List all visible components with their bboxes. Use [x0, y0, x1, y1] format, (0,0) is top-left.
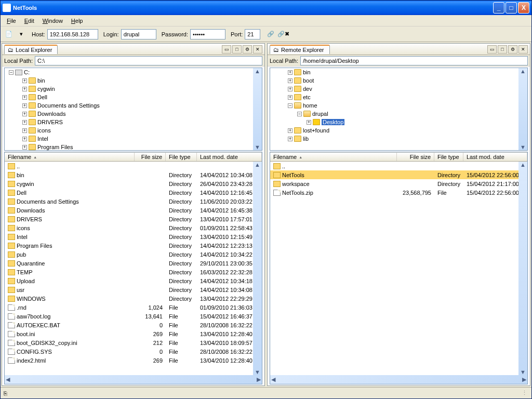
col-filename[interactable]: Filename — [5, 153, 135, 161]
file-row[interactable]: Upload Directory 14/04/2012 10:34:18 — [5, 276, 262, 285]
file-row[interactable]: boot.ini 269 File 13/04/2010 12:28:40 — [5, 329, 262, 338]
login-input[interactable] — [121, 29, 156, 39]
local-tab[interactable]: 🗂 Local Explorer — [4, 45, 58, 54]
connect-icon[interactable]: 🔗 — [265, 29, 276, 39]
file-row[interactable]: bin Directory 14/04/2012 10:34:08 — [5, 170, 262, 179]
expand-icon[interactable]: + — [22, 78, 27, 83]
titlebar[interactable]: NetTools _ □ X — [1, 1, 531, 15]
file-row[interactable]: Dell Directory 14/04/2010 12:16:45 — [5, 188, 262, 197]
tree-node[interactable]: +Intel — [5, 135, 262, 143]
tree-node[interactable]: +cygwin — [5, 85, 262, 93]
expand-icon[interactable]: + — [22, 145, 27, 150]
tree-node[interactable]: +bin — [270, 68, 527, 76]
expand-icon[interactable]: + — [288, 128, 292, 133]
tree-node[interactable]: +lost+found — [270, 126, 527, 135]
dropdown-icon[interactable]: ▾ — [16, 29, 26, 39]
tree-node[interactable]: +DRIVERS — [5, 118, 262, 126]
remote-tab[interactable]: 🗂 Remote Explorer — [270, 45, 330, 54]
close-button[interactable]: X — [518, 2, 529, 14]
tree-node-selected[interactable]: +Desktop — [270, 118, 527, 126]
pane-max-icon[interactable]: □ — [232, 45, 242, 54]
file-row[interactable]: WINDOWS Directory 13/04/2012 22:29:29 — [5, 294, 262, 303]
password-input[interactable] — [190, 29, 225, 39]
pane-max-icon[interactable]: □ — [498, 45, 507, 54]
menu-window[interactable]: Window — [38, 17, 67, 25]
file-row[interactable]: Quarantine Directory 29/10/2011 23:00:35 — [5, 259, 262, 268]
collapse-icon[interactable]: − — [9, 70, 14, 75]
expand-icon[interactable]: + — [307, 120, 311, 125]
expand-icon[interactable]: + — [22, 128, 27, 133]
local-tree[interactable]: −C:+bin+cygwin+Dell+Documents and Settin… — [4, 68, 262, 151]
collapse-icon[interactable]: − — [297, 112, 302, 116]
file-row[interactable]: boot_GDISK32_copy.ini 212 File 13/04/201… — [5, 338, 262, 347]
vscrollbar[interactable]: ▲▼ — [253, 162, 262, 375]
pane-opts-icon[interactable]: ⚙ — [243, 45, 252, 54]
file-row[interactable]: Documents and Settings Directory 11/06/2… — [5, 197, 262, 206]
pane-min-icon[interactable]: ▭ — [487, 45, 497, 54]
file-row[interactable]: TEMP Directory 16/03/2012 22:32:28 — [5, 268, 262, 276]
file-row[interactable]: usr Directory 14/04/2012 10:34:08 — [5, 285, 262, 294]
expand-icon[interactable]: + — [288, 95, 292, 100]
tree-node[interactable]: +Downloads — [5, 110, 262, 118]
col-date[interactable]: Last mod. date — [197, 153, 262, 161]
file-row[interactable]: cygwin Directory 26/04/2010 23:43:28 — [5, 179, 262, 188]
remote-tree[interactable]: +bin+boot+dev+etc−home−drupal+Desktop+lo… — [270, 68, 528, 151]
pane-min-icon[interactable]: ▭ — [222, 45, 231, 54]
file-row[interactable]: Downloads Directory 14/04/2012 16:45:38 — [5, 206, 262, 215]
col-date[interactable]: Last mod. date — [463, 153, 527, 161]
local-path-input[interactable] — [35, 56, 262, 65]
remote-path-input[interactable] — [300, 56, 528, 65]
file-row[interactable]: Program Files Directory 14/04/2012 12:23… — [5, 241, 262, 250]
collapse-icon[interactable]: − — [288, 103, 292, 108]
tree-node[interactable]: −C: — [5, 68, 262, 76]
hscrollbar[interactable]: ◀▶ — [270, 375, 527, 384]
expand-icon[interactable]: + — [22, 87, 27, 91]
tree-node[interactable]: +dev — [270, 85, 527, 93]
file-row[interactable]: Intel Directory 13/04/2010 12:15:49 — [5, 232, 262, 241]
menu-help[interactable]: Help — [67, 17, 87, 25]
file-row[interactable]: DRIVERS Directory 13/04/2010 17:57:01 — [5, 215, 262, 223]
tree-node[interactable]: +Documents and Settings — [5, 101, 262, 110]
tree-node[interactable]: +icons — [5, 126, 262, 135]
tree-node[interactable]: +Dell — [5, 93, 262, 101]
minimize-button[interactable]: _ — [493, 2, 504, 14]
expand-icon[interactable]: + — [288, 78, 292, 83]
expand-icon[interactable]: + — [22, 112, 27, 116]
file-row[interactable]: CONFIG.SYS 0 File 28/10/2008 16:32:22 — [5, 347, 262, 356]
file-row[interactable]: icons Directory 01/09/2011 22:58:43 — [5, 223, 262, 232]
tree-node[interactable]: +etc — [270, 93, 527, 101]
col-filetype[interactable]: File type — [434, 153, 463, 161]
tree-node[interactable]: +lib — [270, 135, 527, 143]
col-filename[interactable]: Filename — [270, 153, 397, 161]
pane-close-icon[interactable]: ✕ — [253, 45, 262, 54]
tree-node[interactable]: +boot — [270, 76, 527, 85]
expand-icon[interactable]: + — [288, 70, 292, 75]
pane-opts-icon[interactable]: ⚙ — [508, 45, 517, 54]
expand-icon[interactable]: + — [22, 137, 27, 141]
file-row[interactable]: index2.html 269 File 13/04/2010 12:28:40 — [5, 356, 262, 365]
tree-scrollbar[interactable]: ▲▼ — [253, 68, 262, 150]
tree-node[interactable]: −drupal — [270, 110, 527, 118]
menu-edit[interactable]: Edit — [20, 17, 38, 25]
col-filesize[interactable]: File size — [397, 153, 434, 161]
host-input[interactable] — [47, 29, 98, 39]
tree-node[interactable]: +Program Files — [5, 143, 262, 151]
tree-scrollbar[interactable]: ▲▼ — [518, 68, 527, 150]
hscrollbar[interactable]: ◀▶ — [5, 375, 262, 384]
file-row[interactable]: .rnd 1,024 File 01/09/2010 21:36:03 — [5, 303, 262, 312]
resize-grip-icon[interactable]: ⋮ — [522, 390, 528, 396]
expand-icon[interactable]: + — [288, 137, 292, 141]
col-filesize[interactable]: File size — [135, 153, 166, 161]
maximize-button[interactable]: □ — [506, 2, 517, 14]
new-tab-icon[interactable]: 📄 — [4, 29, 14, 39]
expand-icon[interactable]: + — [22, 120, 27, 125]
expand-icon[interactable]: + — [22, 103, 27, 108]
pane-close-icon[interactable]: ✕ — [518, 45, 528, 54]
vscrollbar[interactable]: ▲▼ — [518, 162, 527, 375]
file-row[interactable]: NetTools.zip 23,568,795 File 15/04/2012 … — [270, 188, 527, 197]
file-row[interactable]: pub Directory 14/04/2012 10:34:22 — [5, 250, 262, 259]
file-row[interactable]: aaw7boot.log 13,641 File 15/04/2012 16:4… — [5, 312, 262, 321]
disconnect-icon[interactable]: 🔗✖ — [278, 29, 288, 39]
col-filetype[interactable]: File type — [166, 153, 197, 161]
file-row[interactable]: workspace Directory 15/04/2012 21:17:00 — [270, 179, 527, 188]
